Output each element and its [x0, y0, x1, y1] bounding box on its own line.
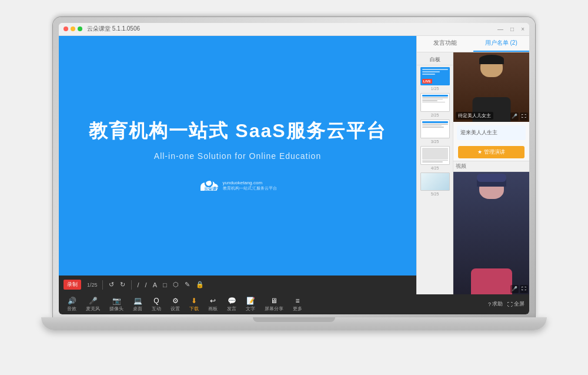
board-label: 画板 [208, 306, 218, 312]
tool-text[interactable]: A [152, 280, 158, 290]
slides-thumbnails: 白板 [417, 52, 453, 294]
tool-line[interactable]: / [144, 280, 148, 290]
window-title: 云朵课堂 5.1.1.0506 [87, 25, 497, 33]
cloud-logo-icon: 云朵课堂 [198, 178, 219, 193]
slide-num-4: 4/25 [431, 165, 439, 171]
right-panel: 发言功能 用户名单 (2) 白板 [416, 36, 529, 294]
minimize-dot[interactable] [71, 26, 75, 31]
student-video-label: 视频 [453, 161, 529, 172]
tab-speech[interactable]: 发言功能 [417, 36, 473, 52]
screentext-icon: 📝 [246, 297, 255, 305]
interact-icon: Q [153, 297, 159, 305]
laptop-screen-inner: 云朵课堂 5.1.1.0506 — □ × 教育机构一站式 SaaS服务云平台 … [59, 23, 529, 314]
slide-thumb-img-3[interactable] [420, 120, 450, 138]
teacher-name-tag: 待定美人儿女主 [456, 112, 493, 120]
teacher-cam-icon[interactable]: ⛶ [520, 112, 528, 121]
btn-settings[interactable]: ⚙ 设置 [167, 296, 183, 313]
student-cam-icon[interactable]: ⛶ [520, 285, 528, 293]
settings-label: 设置 [171, 306, 180, 312]
student-mic-icon[interactable]: 🎤 [510, 285, 519, 293]
window-controls [64, 26, 82, 31]
manage-icon: ★ [477, 149, 482, 155]
btn-desktop[interactable]: 💻 桌面 [129, 296, 146, 313]
desktop-label: 桌面 [133, 306, 142, 312]
slide-thumb-img-5[interactable] [420, 172, 450, 191]
interact-label: 互动 [152, 306, 161, 312]
laptop-wrapper: 云朵课堂 5.1.1.0506 — □ × 教育机构一站式 SaaS服务云平台 … [41, 17, 547, 359]
tool-shape[interactable]: ⬡ [172, 280, 180, 290]
help-label: 求助 [492, 300, 503, 308]
whiteboard-label: 白板 [417, 55, 453, 65]
slide-thumb-4[interactable]: 4/25 [420, 146, 450, 171]
screenshare-icon: 🖥 [270, 297, 278, 305]
slide-num-3: 3/25 [431, 139, 439, 144]
app-window: 云朵课堂 5.1.1.0506 — □ × 教育机构一站式 SaaS服务云平台 … [59, 23, 529, 314]
btn-download[interactable]: ⬇ 下载 [186, 296, 202, 313]
close-dot[interactable] [64, 26, 68, 31]
btn-interact[interactable]: Q 互动 [148, 296, 165, 313]
download-icon: ⬇ [191, 297, 197, 305]
slide-thumb-img-1[interactable]: LIVE [420, 67, 450, 86]
btn-audio[interactable]: 🔊 音效 [64, 296, 80, 313]
tab-users[interactable]: 用户名单 (2) [473, 36, 530, 52]
tool-rect[interactable]: □ [162, 280, 168, 290]
camera-icon: 📷 [112, 297, 121, 305]
slide-thumb-5[interactable]: 5/25 [420, 172, 450, 197]
settings-icon: ⚙ [172, 297, 179, 305]
title-bar: 云朵课堂 5.1.1.0506 — □ × [59, 23, 529, 36]
teacher-video: 待定美人儿女主 🎤 ⛶ [453, 52, 529, 122]
maximize-dot[interactable] [78, 26, 82, 31]
slide-thumb-2[interactable]: 2/25 [420, 93, 450, 118]
maximize-button[interactable]: □ [510, 26, 514, 32]
slide-main-title: 教育机构一站式 SaaS服务云平台 [89, 118, 386, 144]
laptop-base [41, 317, 547, 330]
download-label: 下载 [189, 306, 199, 312]
tool-pen[interactable]: / [136, 280, 141, 290]
right-panel-tabs: 发言功能 用户名单 (2) [417, 36, 529, 52]
tool-lock[interactable]: 🔒 [195, 280, 205, 290]
btn-screenshare[interactable]: 🖥 屏幕分享 [261, 296, 287, 313]
teacher-video-controls: 🎤 ⛶ [510, 112, 528, 121]
slide-num-1: 1/25 [431, 86, 439, 91]
manage-button[interactable]: ★ 管理演讲 [458, 146, 524, 158]
window-buttons: — □ × [497, 26, 524, 32]
btn-camera[interactable]: 📷 摄像头 [106, 296, 127, 313]
fullscreen-button[interactable]: ⛶ 全屏 [507, 300, 524, 308]
btn-board[interactable]: ↩ 画板 [205, 296, 221, 313]
slide-sub-title: All-in-one Solution for Online Education [154, 151, 321, 161]
minimize-button[interactable]: — [497, 26, 503, 32]
logo-url: yunduoketang.com [223, 180, 278, 185]
tool-undo[interactable]: ↺ [108, 280, 115, 290]
svg-text:云朵课堂: 云朵课堂 [204, 186, 219, 191]
teacher-mic-icon[interactable]: 🎤 [510, 112, 519, 121]
laptop-screen-outer: 云朵课堂 5.1.1.0506 — □ × 教育机构一站式 SaaS服务云平台 … [53, 17, 535, 317]
logo-tagline: 教育机构一站式 汇服务云平台 [223, 185, 278, 191]
slide-thumb-1[interactable]: LIVE 1/25 [420, 67, 450, 92]
btn-more[interactable]: ≡ 更多 [289, 296, 306, 313]
tool-eraser[interactable]: ✎ [183, 280, 191, 290]
chat-icon: 💬 [228, 297, 236, 305]
tool-redo[interactable]: ↻ [119, 280, 126, 290]
more-label: 更多 [293, 306, 302, 312]
slide-content: 教育机构一站式 SaaS服务云平台 All-in-one Solution fo… [59, 36, 416, 276]
fullscreen-icon: ⛶ [507, 301, 513, 307]
record-button[interactable]: 录制 [64, 280, 81, 290]
btn-mic[interactable]: 🎤 麦克风 [82, 296, 103, 313]
btn-screentext[interactable]: 📝 文字 [242, 296, 259, 313]
slide-num-5: 5/25 [431, 191, 439, 197]
slide-thumb-img-4[interactable] [420, 146, 450, 165]
live-badge: LIVE [422, 79, 432, 84]
slide-thumb-3[interactable]: 3/25 [420, 120, 450, 144]
help-button[interactable]: ? 求助 [488, 300, 503, 308]
chat-label: 发言 [227, 306, 236, 312]
close-button[interactable]: × [521, 26, 524, 32]
screenshare-label: 屏幕分享 [265, 306, 283, 312]
audio-label: 音效 [67, 306, 76, 312]
more-icon: ≡ [295, 297, 299, 305]
right-panel-body: 白板 [417, 52, 529, 294]
board-icon: ↩ [210, 297, 216, 305]
btn-chat[interactable]: 💬 发言 [223, 296, 240, 313]
slide-thumb-img-2[interactable] [420, 93, 450, 112]
screentext-label: 文字 [246, 306, 255, 312]
slide-num-2: 2/25 [431, 112, 439, 118]
